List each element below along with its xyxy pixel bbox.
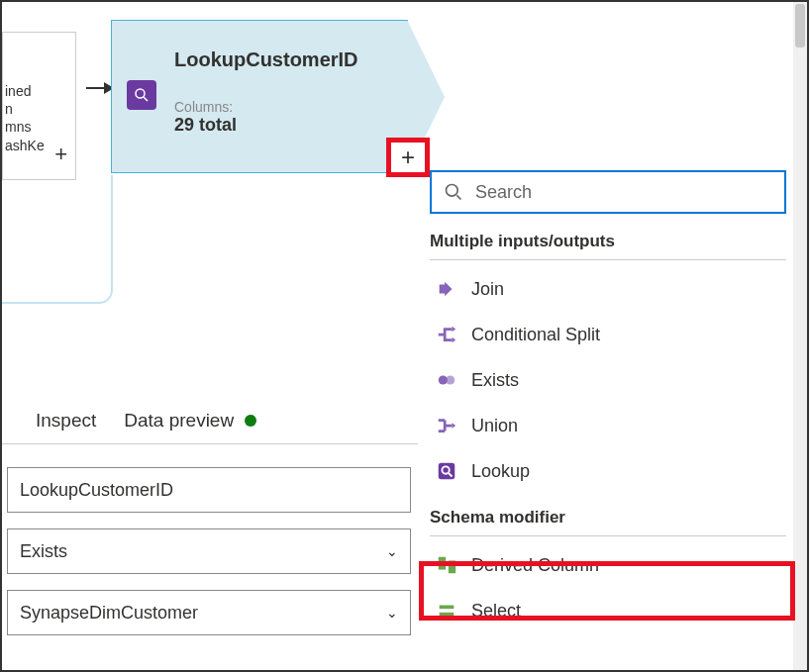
menu-item-select[interactable]: Select xyxy=(430,588,786,633)
menu-label: Join xyxy=(471,279,504,300)
add-transformation-icon[interactable]: + xyxy=(54,141,67,169)
menu-item-exists[interactable]: Exists xyxy=(430,357,786,403)
menu-item-lookup[interactable]: Lookup xyxy=(430,448,786,494)
transformation-dropdown: Multiple inputs/outputs Join Conditional… xyxy=(430,170,786,633)
tab-data-preview[interactable]: Data preview xyxy=(124,410,256,432)
svg-line-1 xyxy=(144,97,148,101)
add-step-button[interactable]: + xyxy=(386,138,430,177)
flow-arrow-icon xyxy=(86,87,106,89)
vertical-scrollbar[interactable] xyxy=(793,2,807,672)
incoming-stream-select[interactable]: Exists ⌄ xyxy=(7,528,411,574)
properties-form: LookupCustomerID Exists ⌄ SynapseDimCust… xyxy=(7,467,411,651)
lookup-icon xyxy=(436,460,457,482)
menu-item-conditional-split[interactable]: Conditional Split xyxy=(430,312,786,357)
columns-label: Columns: xyxy=(174,99,358,115)
lookup-stream-select[interactable]: SynapseDimCustomer ⌄ xyxy=(7,590,411,635)
columns-value: 29 total xyxy=(174,115,358,136)
search-input[interactable] xyxy=(475,182,772,203)
upstream-node-partial[interactable]: ined n mns ashKe + xyxy=(2,32,76,180)
join-icon xyxy=(436,278,457,300)
svg-rect-14 xyxy=(440,606,455,610)
svg-marker-5 xyxy=(453,337,456,343)
stream-name-input[interactable]: LookupCustomerID xyxy=(7,467,411,513)
svg-rect-12 xyxy=(439,557,446,570)
connector-line xyxy=(2,175,113,304)
svg-point-2 xyxy=(447,185,458,197)
search-box[interactable] xyxy=(430,170,786,214)
svg-marker-8 xyxy=(453,423,456,429)
svg-point-0 xyxy=(136,89,145,98)
search-icon xyxy=(444,182,463,202)
chevron-down-icon: ⌄ xyxy=(386,543,398,559)
menu-item-derived-column[interactable]: Derived Column xyxy=(430,542,786,588)
menu-item-join[interactable]: Join xyxy=(430,266,786,312)
svg-rect-15 xyxy=(440,613,455,617)
section-schema-header: Schema modifier xyxy=(430,508,786,536)
section-multiple-header: Multiple inputs/outputs xyxy=(430,232,786,260)
conditional-split-icon xyxy=(436,324,457,345)
menu-item-union[interactable]: Union xyxy=(430,403,786,448)
lookup-node[interactable]: LookupCustomerID Columns: 29 total xyxy=(111,20,408,173)
union-icon xyxy=(436,415,457,436)
derived-column-icon xyxy=(436,554,457,576)
svg-marker-4 xyxy=(453,327,456,333)
menu-label: Union xyxy=(471,416,518,436)
menu-label: Derived Column xyxy=(471,555,599,576)
chevron-down-icon: ⌄ xyxy=(386,605,398,621)
scrollbar-thumb[interactable] xyxy=(795,4,805,48)
menu-label: Conditional Split xyxy=(471,325,600,345)
svg-rect-9 xyxy=(439,463,455,480)
status-dot-icon xyxy=(245,415,256,427)
menu-label: Select xyxy=(471,601,521,622)
select-icon xyxy=(436,600,457,622)
lookup-icon xyxy=(127,80,156,110)
menu-label: Exists xyxy=(471,370,519,391)
svg-line-3 xyxy=(456,195,460,199)
svg-point-7 xyxy=(446,375,455,384)
svg-rect-13 xyxy=(449,560,455,573)
node-title: LookupCustomerID xyxy=(174,48,358,71)
bottom-tabs: Inspect Data preview xyxy=(2,410,418,444)
tab-inspect[interactable]: Inspect xyxy=(36,410,96,432)
exists-icon xyxy=(436,369,457,391)
menu-label: Lookup xyxy=(471,461,530,482)
plus-icon: + xyxy=(401,144,415,171)
